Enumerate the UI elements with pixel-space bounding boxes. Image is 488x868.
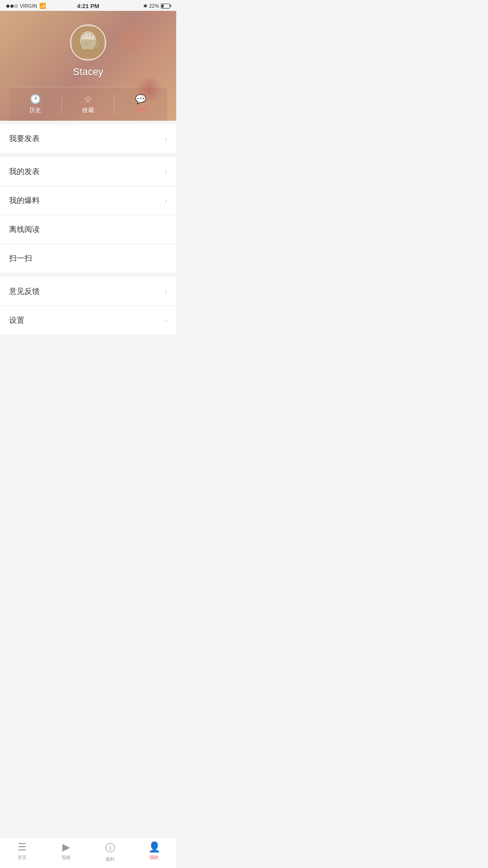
- section-group3: 意见反馈 › 设置 ›: [0, 277, 176, 335]
- status-left: VIRGIN 📶: [6, 3, 46, 9]
- my-tips-label: 我的爆料: [9, 195, 40, 206]
- svg-point-4: [85, 42, 87, 44]
- section-post: 我要发表 ›: [0, 124, 176, 153]
- svg-point-5: [89, 42, 90, 43]
- wifi-icon: 📶: [39, 3, 46, 9]
- status-bar: VIRGIN 📶 4:21 PM ✱ 22%: [0, 0, 176, 11]
- content-area: 我要发表 › 我的发表 › 我的爆料 › 离线阅读 扫一扫 意见反馈 › 设置 …: [0, 124, 176, 371]
- battery-icon-wrapper: [161, 4, 170, 9]
- profile-header: Stacey 🕐 历史 ☆ 收藏 💬 消息: [0, 11, 176, 121]
- scan-label: 扫一扫: [9, 253, 32, 264]
- signal-dots: [6, 5, 18, 8]
- dot1: [6, 5, 9, 8]
- chevron-icon-post: ›: [165, 135, 167, 143]
- menu-item-feedback[interactable]: 意见反馈 ›: [0, 277, 176, 306]
- dot3: [14, 5, 18, 8]
- message-icon: 💬: [135, 94, 146, 104]
- bluetooth-icon: ✱: [143, 3, 147, 9]
- star-icon: ☆: [84, 94, 92, 104]
- section-group2: 我的发表 › 我的爆料 › 离线阅读 扫一扫: [0, 157, 176, 273]
- chevron-icon-my-posts: ›: [165, 168, 167, 176]
- chevron-icon-my-tips: ›: [165, 197, 167, 205]
- settings-label: 设置: [9, 315, 24, 326]
- history-icon: 🕐: [30, 94, 41, 104]
- menu-item-scan[interactable]: 扫一扫: [0, 244, 176, 273]
- menu-item-my-posts[interactable]: 我的发表 ›: [0, 157, 176, 186]
- battery-icon: [161, 4, 170, 9]
- time-label: 4:21 PM: [77, 3, 99, 9]
- post-label: 我要发表: [9, 133, 40, 144]
- menu-item-settings[interactable]: 设置 ›: [0, 306, 176, 335]
- messages-label: 消息: [135, 106, 147, 114]
- chevron-icon-settings: ›: [165, 316, 167, 325]
- favorites-label: 收藏: [82, 106, 94, 114]
- feedback-label: 意见反馈: [9, 286, 40, 297]
- menu-item-offline[interactable]: 离线阅读: [0, 215, 176, 244]
- tab-messages[interactable]: 💬 消息: [114, 87, 167, 121]
- history-label: 历史: [29, 106, 41, 114]
- status-right: ✱ 22%: [143, 3, 170, 9]
- tab-history[interactable]: 🕐 历史: [9, 87, 62, 121]
- my-posts-label: 我的发表: [9, 166, 40, 177]
- menu-item-my-tips[interactable]: 我的爆料 ›: [0, 186, 176, 215]
- chevron-icon-feedback: ›: [165, 288, 167, 296]
- quick-tabs: 🕐 历史 ☆ 收藏 💬 消息: [9, 87, 167, 121]
- offline-label: 离线阅读: [9, 224, 40, 235]
- battery-percent: 22%: [149, 3, 159, 9]
- svg-point-6: [87, 44, 89, 46]
- username: Stacey: [73, 66, 103, 78]
- tab-favorites[interactable]: ☆ 收藏: [62, 87, 115, 121]
- battery-fill: [162, 5, 164, 8]
- menu-item-post[interactable]: 我要发表 ›: [0, 124, 176, 153]
- carrier-label: VIRGIN: [20, 3, 37, 9]
- dot2: [10, 5, 14, 8]
- avatar-image: [72, 27, 104, 58]
- avatar[interactable]: [70, 24, 106, 61]
